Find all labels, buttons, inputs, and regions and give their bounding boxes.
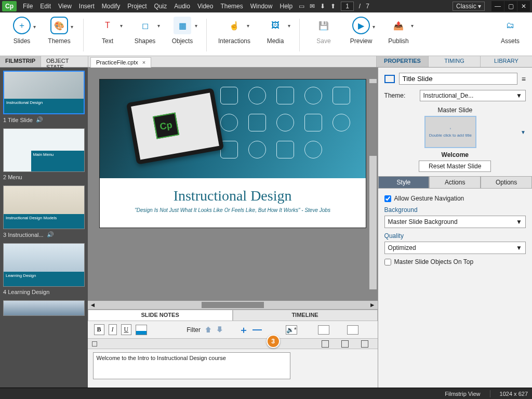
ribbon-text[interactable]: T▾Text [91, 15, 124, 56]
notes-selection-row [88, 339, 378, 349]
status-dimensions: 1024 x 627 [500, 391, 528, 397]
page-total: 7 [366, 3, 369, 10]
layout-icon[interactable]: ▭ [299, 3, 304, 10]
ribbon-publish[interactable]: 📤▾Publish [382, 15, 415, 56]
objects-on-top-checkbox[interactable]: Master Slide Objects On Top [384, 258, 526, 265]
status-bar: Filmstrip View 1024 x 627 [0, 388, 532, 399]
tab-object-state[interactable]: OBJECT STATE [41, 56, 88, 67]
tab-timing[interactable]: TIMING [428, 56, 480, 67]
text-color-button[interactable] [136, 325, 147, 335]
ribbon-shapes[interactable]: ◻▾Shapes [128, 15, 162, 56]
menu-view[interactable]: View [58, 3, 72, 10]
master-slide-heading: Master Slide [384, 107, 526, 114]
page-current[interactable]: 1 [341, 2, 354, 11]
tts-button[interactable]: 🔉* [286, 325, 297, 335]
filter-up-icon[interactable]: 🡅 [205, 326, 212, 334]
mail-icon[interactable]: ✉ [310, 3, 315, 10]
title-bar: Cp File Edit View Insert Modify Project … [0, 0, 532, 12]
ribbon-assets[interactable]: 🗂Assets [494, 15, 527, 56]
menu-audio[interactable]: Audio [174, 3, 190, 10]
window-minimize[interactable]: — [491, 1, 504, 11]
workspace-selector[interactable]: Classic ▾ [453, 2, 485, 11]
slide-note-text[interactable]: Welcome to the Intro to Instructional De… [93, 352, 290, 379]
thumb-2-caption: 2 Menu [3, 174, 22, 180]
col-check-2[interactable] [341, 340, 349, 348]
slide-canvas[interactable]: Cp Instructional Design "Design Is Not J… [99, 79, 366, 228]
ribbon-interactions[interactable]: ☝▾Interactions [214, 15, 255, 56]
tab-timeline[interactable]: TIMELINE [233, 310, 378, 321]
tab-slide-notes[interactable]: SLIDE NOTES [88, 310, 233, 321]
panel-menu-icon[interactable]: ≡ [522, 75, 526, 83]
thumb-2[interactable]: Main Menu [3, 128, 85, 172]
add-note-button[interactable]: ＋ [239, 324, 248, 336]
thumb-4[interactable]: Learning Design [3, 243, 85, 287]
vertical-scrollbar[interactable] [369, 79, 377, 289]
theme-label: Theme: [384, 92, 416, 99]
thumb-3-caption: 3 Instructional... [3, 232, 44, 238]
ribbon-themes[interactable]: 🎨▾Themes [43, 15, 76, 56]
properties-panel: ≡ Theme: Instructional_De...▼ Master Sli… [378, 68, 532, 388]
master-dropdown-icon[interactable]: ▼ [521, 129, 526, 135]
thumb-1[interactable]: Instructional Design [3, 71, 85, 114]
menu-edit[interactable]: Edit [40, 3, 51, 10]
menu-file[interactable]: File [23, 3, 33, 10]
audio-icon: 🔊 [47, 231, 54, 238]
tab-properties[interactable]: PROPERTIES [376, 56, 428, 67]
menu-video[interactable]: Video [197, 3, 213, 10]
slide-name-input[interactable] [399, 73, 517, 85]
canvas-area[interactable]: Cp Instructional Design "Design Is Not J… [88, 68, 378, 301]
ribbon-save: 💾Save [307, 15, 340, 56]
menu-modify[interactable]: Modify [102, 3, 120, 10]
subtab-actions[interactable]: Actions [429, 176, 481, 189]
ribbon-media[interactable]: 🖼▾Media [259, 15, 292, 56]
cc-button[interactable] [318, 325, 329, 335]
menu-project[interactable]: Project [127, 3, 147, 10]
tab-library[interactable]: LIBRARY [480, 56, 532, 67]
italic-button[interactable]: I [109, 324, 117, 335]
slide-title: Instructional Design [100, 178, 366, 207]
menu-bar: File Edit View Insert Modify Project Qui… [23, 3, 292, 10]
menu-quiz[interactable]: Quiz [154, 3, 167, 10]
thumb-3[interactable]: Instructional Design Models [3, 185, 85, 229]
master-slide-preview[interactable]: ◦ Double click to add title [424, 116, 476, 148]
ribbon-preview[interactable]: ▶▾Preview [344, 15, 378, 56]
audio-icon: 🔊 [36, 116, 43, 123]
menu-themes[interactable]: Themes [220, 3, 243, 10]
app-logo: Cp [2, 1, 17, 11]
notes-view-button[interactable] [347, 325, 358, 335]
bold-button[interactable]: B [94, 324, 104, 335]
allow-gesture-checkbox[interactable]: Allow Gesture Navigation [384, 195, 526, 202]
document-tab-row: FILMSTRIP OBJECT STATE PracticeFile.cptx… [0, 56, 532, 68]
menu-window[interactable]: Window [250, 3, 273, 10]
filmstrip-panel[interactable]: Instructional Design 1 Title Slide🔊 Main… [0, 68, 88, 388]
menu-help[interactable]: Help [280, 3, 292, 10]
window-maximize[interactable]: ▢ [504, 1, 517, 11]
editor-center: Cp Instructional Design "Design Is Not J… [88, 68, 378, 388]
slide-subtitle: "Design Is Not Just What It Looks Like O… [100, 207, 366, 228]
reset-master-button[interactable]: Reset Master Slide [419, 161, 491, 172]
horizontal-scrollbar[interactable]: ◄► [88, 301, 378, 309]
close-file-icon[interactable]: × [142, 59, 145, 65]
ribbon-slides[interactable]: ＋▾Slides [5, 15, 38, 56]
underline-button[interactable]: U [121, 324, 132, 335]
background-select[interactable]: Master Slide Background▼ [384, 216, 526, 228]
subtab-style[interactable]: Style [378, 176, 430, 189]
download-icon[interactable]: ⬇ [320, 3, 325, 10]
theme-select[interactable]: Instructional_De...▼ [420, 90, 526, 101]
menu-insert[interactable]: Insert [79, 3, 95, 10]
col-check-1[interactable] [322, 340, 329, 348]
ribbon-objects[interactable]: ▦▾Objects [166, 15, 199, 56]
window-close[interactable]: ✕ [517, 1, 530, 11]
subtab-options[interactable]: Options [481, 176, 532, 189]
tab-filmstrip[interactable]: FILMSTRIP [0, 56, 41, 67]
select-all-notes[interactable] [92, 341, 97, 347]
col-check-3[interactable] [361, 340, 368, 348]
remove-note-button[interactable]: — [252, 324, 262, 335]
upload-icon[interactable]: ⬆ [330, 3, 336, 10]
master-slide-name: Welcome [384, 151, 526, 158]
thumb-5[interactable] [3, 300, 85, 316]
cp-badge: Cp [153, 113, 179, 139]
file-tab[interactable]: PracticeFile.cptx × [90, 57, 151, 68]
quality-select[interactable]: Optimized▼ [384, 242, 526, 254]
filter-down-icon[interactable]: 🡇 [216, 326, 223, 334]
